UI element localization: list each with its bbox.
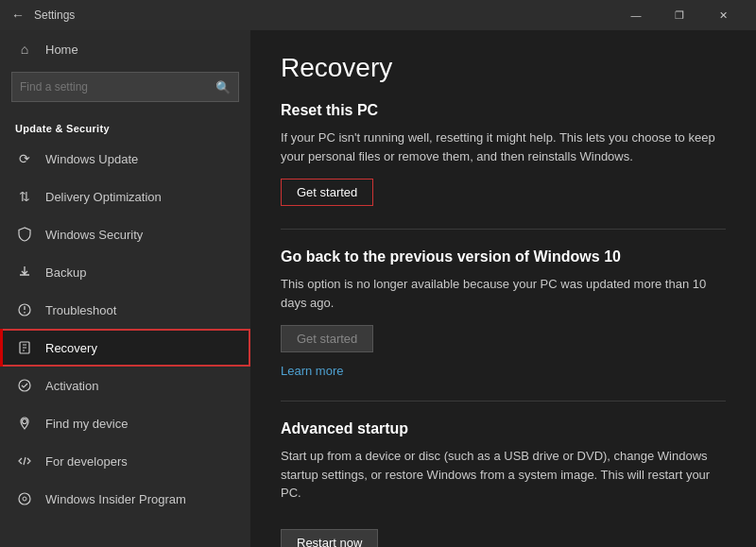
svg-point-2 [19, 380, 30, 391]
windows-insider-label: Windows Insider Program [45, 492, 186, 506]
sidebar-item-find-my-device[interactable]: Find my device [0, 404, 250, 442]
windows-update-label: Windows Update [45, 152, 138, 166]
windows-security-label: Windows Security [45, 228, 143, 242]
sidebar-item-backup[interactable]: Backup [0, 253, 250, 291]
sidebar-item-windows-security[interactable]: Windows Security [0, 215, 250, 253]
troubleshoot-icon [15, 300, 34, 319]
troubleshoot-label: Troubleshoot [45, 303, 116, 317]
windows-security-icon [15, 225, 34, 244]
activation-icon [15, 376, 34, 395]
app-title: Settings [34, 9, 614, 22]
sidebar-item-activation[interactable]: Activation [0, 367, 250, 404]
reset-title: Reset this PC [281, 102, 726, 119]
for-developers-icon [15, 452, 34, 470]
go-back-get-started-button: Get started [281, 325, 373, 352]
svg-point-4 [19, 493, 30, 504]
sidebar-item-for-developers[interactable]: For developers [0, 442, 250, 480]
sidebar-item-windows-insider[interactable]: Windows Insider Program [0, 480, 250, 518]
restart-now-button[interactable]: Restart now [281, 529, 378, 548]
sidebar-item-recovery[interactable]: Recovery [0, 329, 250, 367]
window-controls: — ❐ ✕ [614, 0, 745, 30]
delivery-optimization-label: Delivery Optimization [45, 190, 162, 204]
divider-1 [281, 229, 726, 230]
section-label: Update & Security [0, 113, 250, 140]
find-my-device-icon [15, 414, 34, 433]
svg-point-5 [23, 497, 26, 501]
sidebar: ⌂ Home 🔍 Update & Security ⟳ Windows Upd… [0, 30, 250, 547]
windows-update-icon: ⟳ [15, 149, 34, 168]
content-area: Recovery Reset this PC If your PC isn't … [250, 30, 756, 547]
sidebar-item-home[interactable]: ⌂ Home [0, 30, 250, 68]
search-box[interactable]: 🔍 [11, 72, 239, 102]
learn-more-link[interactable]: Learn more [281, 364, 343, 378]
titlebar: ← Settings — ❐ ✕ [0, 0, 756, 30]
delivery-optimization-icon: ⇅ [15, 187, 34, 206]
maximize-button[interactable]: ❐ [658, 0, 701, 30]
search-icon: 🔍 [215, 80, 231, 94]
go-back-title: Go back to the previous version of Windo… [281, 248, 726, 265]
back-button[interactable]: ← [11, 8, 25, 23]
search-input[interactable] [20, 80, 215, 94]
recovery-label: Recovery [45, 341, 97, 355]
backup-label: Backup [45, 265, 86, 280]
go-back-section: Go back to the previous version of Windo… [281, 248, 726, 401]
advanced-startup-description: Start up from a device or disc (such as … [281, 447, 726, 503]
activation-label: Activation [45, 379, 98, 393]
main-container: ⌂ Home 🔍 Update & Security ⟳ Windows Upd… [0, 30, 756, 547]
find-my-device-label: Find my device [45, 417, 128, 431]
advanced-startup-section: Advanced startup Start up from a device … [281, 420, 726, 547]
for-developers-label: For developers [45, 454, 128, 469]
divider-2 [281, 401, 726, 402]
home-label: Home [45, 43, 78, 57]
go-back-description: This option is no longer available becau… [281, 275, 726, 312]
minimize-button[interactable]: — [614, 0, 658, 30]
recovery-icon [15, 338, 34, 357]
close-button[interactable]: ✕ [701, 0, 745, 30]
backup-icon [15, 263, 34, 282]
home-icon: ⌂ [15, 40, 34, 59]
page-title: Recovery [281, 53, 726, 83]
advanced-startup-title: Advanced startup [281, 420, 726, 437]
reset-get-started-button[interactable]: Get started [281, 179, 373, 206]
sidebar-item-windows-update[interactable]: ⟳ Windows Update [0, 140, 250, 178]
sidebar-item-delivery-optimization[interactable]: ⇅ Delivery Optimization [0, 178, 250, 215]
svg-point-3 [23, 419, 27, 424]
sidebar-item-troubleshoot[interactable]: Troubleshoot [0, 291, 250, 329]
windows-insider-icon [15, 489, 34, 508]
reset-section: Reset this PC If your PC isn't running w… [281, 102, 726, 229]
reset-description: If your PC isn't running well, resetting… [281, 128, 726, 165]
